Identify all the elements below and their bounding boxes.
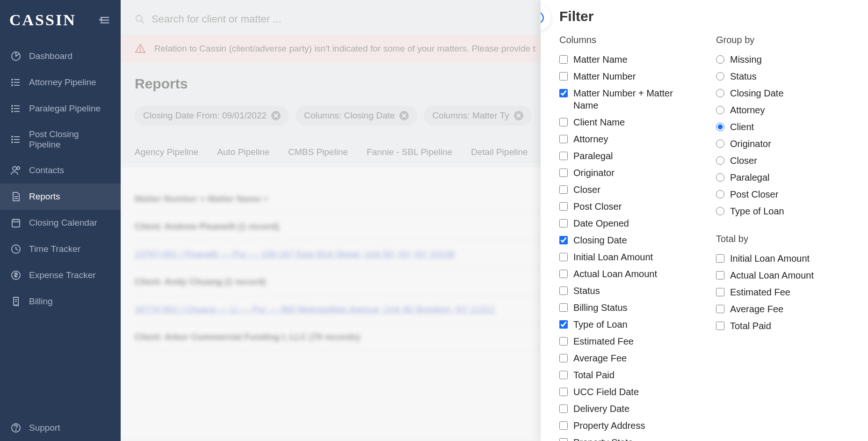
filter-column-label[interactable]: Closer	[573, 184, 600, 196]
filter-column-checkbox[interactable]	[559, 270, 568, 278]
filter-column-checkbox[interactable]	[559, 404, 568, 413]
filter-column-checkbox[interactable]	[559, 118, 568, 126]
filter-column-label[interactable]: Initial Loan Amount	[573, 251, 653, 263]
filter-column-label[interactable]: UCC Field Date	[573, 386, 639, 398]
filter-column-label[interactable]: Paralegal	[573, 150, 613, 162]
filter-column-checkbox[interactable]	[559, 169, 568, 177]
tab-auto-pipeline[interactable]: Auto Pipeline	[217, 147, 269, 157]
filter-total-label[interactable]: Initial Loan Amount	[730, 252, 810, 265]
filter-group-label[interactable]: Paralegal	[730, 171, 770, 184]
filter-column-label[interactable]: Post Closer	[573, 200, 622, 213]
filter-column-label[interactable]: Matter Number + Matter Name	[573, 87, 697, 111]
filter-column-checkbox[interactable]	[559, 185, 568, 194]
filter-column-row: Post Closer	[559, 198, 697, 215]
sidebar-item-contacts[interactable]: Contacts	[0, 157, 121, 184]
filter-group-label[interactable]: Originator	[730, 138, 771, 150]
filter-group-radio[interactable]	[716, 89, 724, 97]
filter-column-label[interactable]: Actual Loan Amount	[573, 268, 657, 280]
filter-total-label[interactable]: Estimated Fee	[730, 286, 790, 298]
filter-column-checkbox[interactable]	[559, 337, 568, 345]
sidebar-item-attorney-pipeline[interactable]: Attorney Pipeline	[0, 69, 121, 96]
filter-group-radio[interactable]	[716, 72, 724, 81]
sidebar-item-expense-tracker[interactable]: Expense Tracker	[0, 262, 121, 288]
filter-total-label[interactable]: Actual Loan Amount	[730, 269, 814, 281]
filter-total-checkbox[interactable]	[716, 322, 724, 330]
filter-column-checkbox[interactable]	[559, 135, 568, 143]
filter-column-checkbox[interactable]	[559, 89, 568, 97]
filter-column-checkbox[interactable]	[559, 320, 568, 329]
filter-column-checkbox[interactable]	[559, 354, 568, 362]
filter-total-checkbox[interactable]	[716, 254, 724, 263]
collapse-icon[interactable]	[98, 14, 111, 27]
sidebar-item-billing[interactable]: Billing	[0, 288, 121, 315]
filter-total-checkbox[interactable]	[716, 305, 724, 313]
filter-column-checkbox[interactable]	[559, 152, 568, 160]
tab-detail-pipeline[interactable]: Detail Pipeline	[471, 147, 528, 157]
chip-remove-icon[interactable]	[514, 111, 523, 120]
filter-column-label[interactable]: Matter Number	[573, 70, 636, 82]
tab-fannie-sbl-pipeline[interactable]: Fannie - SBL Pipeline	[367, 147, 452, 157]
filter-column-label[interactable]: Property Address	[573, 419, 645, 432]
filter-column-label[interactable]: Originator	[573, 167, 615, 179]
filter-column-label[interactable]: Total Paid	[573, 369, 615, 381]
filter-column-checkbox[interactable]	[559, 72, 568, 81]
filter-column-label[interactable]: Estimated Fee	[573, 335, 634, 347]
filter-group-label[interactable]: Closing Date	[730, 87, 784, 99]
filter-group-radio[interactable]	[716, 173, 724, 182]
filter-group-label[interactable]: Missing	[730, 53, 762, 66]
filter-group-radio[interactable]	[716, 106, 724, 114]
filter-total-label[interactable]: Average Fee	[730, 303, 783, 315]
filter-column-label[interactable]: Billing Status	[573, 301, 628, 314]
sidebar-item-support[interactable]: Support	[0, 415, 121, 441]
filter-column-label[interactable]: Date Opened	[573, 217, 629, 229]
filter-column-checkbox[interactable]	[559, 371, 568, 379]
filter-group-label[interactable]: Closer	[730, 154, 757, 167]
filter-column-checkbox[interactable]	[559, 253, 568, 261]
filter-column-checkbox[interactable]	[559, 236, 568, 244]
filter-column-checkbox[interactable]	[559, 287, 568, 295]
filter-column-label[interactable]: Average Fee	[573, 352, 627, 364]
filter-column-checkbox[interactable]	[559, 421, 568, 430]
filter-column-checkbox[interactable]	[559, 202, 568, 211]
tab-agency-pipeline[interactable]: Agency Pipeline	[135, 147, 198, 157]
tab-cmbs-pipeline[interactable]: CMBS Pipeline	[288, 147, 348, 157]
filter-group-label[interactable]: Client	[730, 121, 754, 133]
filter-column-label[interactable]: Matter Name	[573, 53, 628, 66]
svg-point-23	[17, 167, 20, 169]
sidebar-item-post-closing-pipeline[interactable]: Post Closing Pipeline	[0, 122, 121, 157]
close-filter-button[interactable]	[541, 5, 551, 31]
filter-group-radio[interactable]	[716, 156, 724, 165]
filter-column-label[interactable]: Attorney	[573, 133, 608, 145]
filter-column-checkbox[interactable]	[559, 303, 568, 312]
chip-remove-icon[interactable]	[399, 111, 409, 120]
filter-column-label[interactable]: Delivery Date	[573, 403, 629, 415]
sidebar-item-paralegal-pipeline[interactable]: Paralegal Pipeline	[0, 96, 121, 122]
filter-group-label[interactable]: Status	[730, 70, 757, 82]
filter-group-radio[interactable]	[716, 207, 724, 215]
sidebar-item-closing-calendar[interactable]: Closing Calendar	[0, 210, 121, 236]
filter-total-checkbox[interactable]	[716, 271, 724, 279]
filter-group-radio[interactable]	[716, 190, 724, 198]
filter-column-label[interactable]: Client Name	[573, 116, 625, 128]
filter-group-radio[interactable]	[716, 123, 724, 131]
filter-total-label[interactable]: Total Paid	[730, 320, 771, 332]
filter-column-label[interactable]: Closing Date	[573, 234, 627, 246]
sidebar-nav: DashboardAttorney PipelineParalegal Pipe…	[0, 43, 121, 441]
filter-column-label[interactable]: Property State	[573, 436, 633, 441]
filter-column-checkbox[interactable]	[559, 219, 568, 228]
filter-group-radio[interactable]	[716, 55, 724, 64]
sidebar-item-time-tracker[interactable]: Time Tracker	[0, 236, 121, 262]
sidebar-item-reports[interactable]: Reports	[0, 184, 121, 210]
filter-column-label[interactable]: Status	[573, 285, 600, 297]
filter-column-checkbox[interactable]	[559, 438, 568, 441]
filter-column-label[interactable]: Type of Loan	[573, 318, 628, 331]
filter-total-checkbox[interactable]	[716, 288, 724, 296]
filter-group-radio[interactable]	[716, 140, 724, 148]
filter-column-checkbox[interactable]	[559, 388, 568, 396]
filter-group-label[interactable]: Post Closer	[730, 188, 778, 200]
filter-group-label[interactable]: Attorney	[730, 104, 765, 116]
chip-remove-icon[interactable]	[271, 111, 281, 120]
filter-column-checkbox[interactable]	[559, 55, 568, 64]
sidebar-item-dashboard[interactable]: Dashboard	[0, 43, 121, 69]
filter-group-label[interactable]: Type of Loan	[730, 205, 784, 217]
